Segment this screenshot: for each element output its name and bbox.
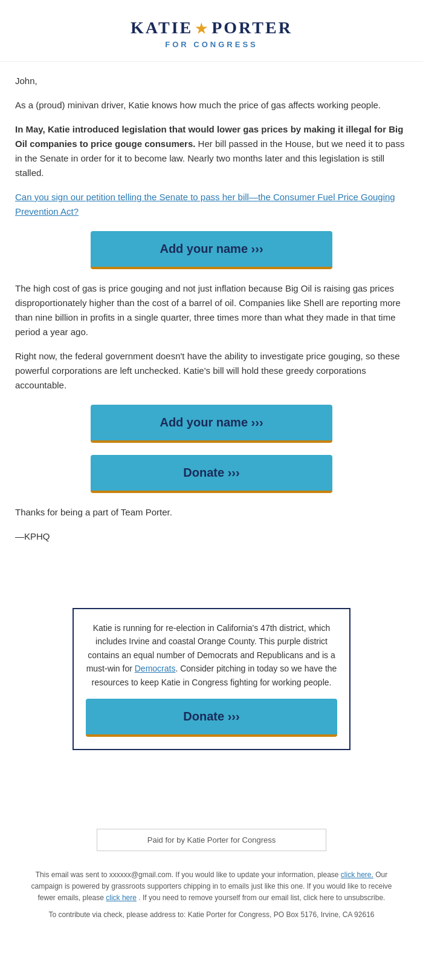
donate-button-1[interactable]: Donate ››› — [91, 455, 332, 493]
spacer-3 — [0, 792, 423, 817]
footer: This email was sent to xxxxxx@gmail.com.… — [0, 863, 423, 944]
signature: —KPHQ — [15, 529, 408, 544]
paid-for-text: Paid for by Katie Porter for Congress — [147, 835, 276, 844]
logo-surname: PORTER — [212, 18, 292, 37]
info-box-text: Katie is running for re-election in Cali… — [86, 621, 337, 689]
footer-line-2: To contribute via check, please address … — [24, 909, 399, 921]
footer-text-3: . If you need to remove yourself from ou… — [138, 893, 385, 902]
paragraph-1: As a (proud) minivan driver, Katie knows… — [15, 98, 408, 113]
petition-link-paragraph: Can you sign our petition telling the Se… — [15, 190, 408, 219]
paragraph-2: In May, Katie introduced legislation tha… — [15, 122, 408, 180]
main-content: John, As a (proud) minivan driver, Katie… — [0, 62, 423, 566]
petition-link[interactable]: Can you sign our petition telling the Se… — [15, 192, 395, 217]
thanks-text: Thanks for being a part of Team Porter. — [15, 505, 408, 520]
add-name-button-1[interactable]: Add your name ››› — [91, 231, 332, 269]
logo-subtitle: FOR CONGRESS — [12, 40, 411, 49]
footer-line-1: This email was sent to xxxxxx@gmail.com.… — [24, 869, 399, 904]
email-container: KATIE★PORTER FOR CONGRESS John, As a (pr… — [0, 0, 423, 944]
fewer-emails-link[interactable]: click here — [106, 893, 137, 902]
paragraph-4: Right now, the federal government doesn'… — [15, 349, 408, 393]
logo-name: KATIE — [131, 18, 193, 37]
logo-star: ★ — [195, 21, 209, 36]
spacer-1 — [0, 566, 423, 590]
info-box-democrats-link: Democrats — [135, 664, 176, 673]
paragraph-3: The high cost of gas is price gouging an… — [15, 281, 408, 339]
add-name-button-2[interactable]: Add your name ››› — [91, 405, 332, 443]
greeting: John, — [15, 74, 408, 88]
paid-for-box: Paid for by Katie Porter for Congress — [97, 829, 326, 851]
footer-text-1: This email was sent to xxxxxx@gmail.com.… — [36, 871, 339, 879]
logo: KATIE★PORTER — [12, 18, 411, 38]
spacer-2 — [0, 768, 423, 792]
info-box: Katie is running for re-election in Cali… — [73, 608, 350, 750]
donate-button-2[interactable]: Donate ››› — [86, 699, 337, 737]
update-info-link[interactable]: click here. — [341, 871, 373, 879]
email-header: KATIE★PORTER FOR CONGRESS — [0, 0, 423, 62]
